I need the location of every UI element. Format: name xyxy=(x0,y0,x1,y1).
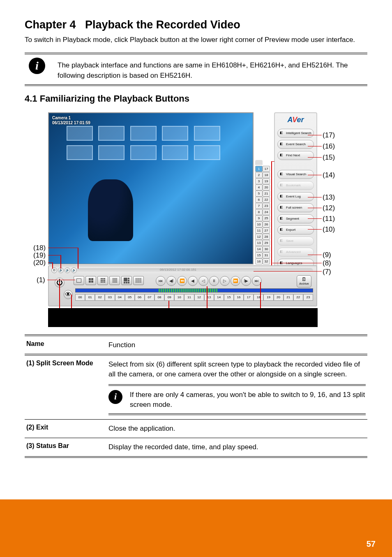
camera-cell-27[interactable]: 27 xyxy=(263,227,270,234)
callout-11: (11) xyxy=(323,215,335,223)
hour-button-17[interactable]: 17 xyxy=(244,294,254,301)
play-button[interactable]: ▷ xyxy=(220,276,230,286)
camera-cell-11[interactable]: 11 xyxy=(255,227,263,234)
camera-cell-22[interactable]: 22 xyxy=(263,197,270,203)
hour-button-21[interactable]: 21 xyxy=(284,294,293,301)
hour-button-12[interactable]: 12 xyxy=(194,294,204,301)
audio-icon-2[interactable]: 🔊 xyxy=(65,267,70,273)
camera-cell-5[interactable]: 5 xyxy=(255,190,263,197)
visual-search-icon: ◧ xyxy=(280,172,285,177)
camera-cell-2[interactable]: 2 xyxy=(255,172,263,178)
split-1-button[interactable] xyxy=(74,276,84,285)
hour-button-08[interactable]: 08 xyxy=(154,294,164,301)
camera-cell-31[interactable]: 31 xyxy=(263,252,270,258)
camera-cell-13[interactable]: 13 xyxy=(255,240,263,246)
info-icon: i xyxy=(108,390,122,404)
hour-button-18[interactable]: 18 xyxy=(254,294,263,301)
camera-cell-30[interactable]: 30 xyxy=(263,246,270,252)
hour-button-09[interactable]: 09 xyxy=(164,294,174,301)
hour-button-01[interactable]: 01 xyxy=(85,294,95,301)
camera-cell-23[interactable]: 23 xyxy=(263,203,270,209)
camera-cell-4[interactable]: 4 xyxy=(255,184,263,190)
hour-button-02[interactable]: 02 xyxy=(95,294,105,301)
faster-button[interactable]: ⏩ xyxy=(231,276,240,286)
camera-cell-6[interactable]: 6 xyxy=(255,197,263,203)
callout-8: (8) xyxy=(323,259,331,267)
row2-func: Close the application. xyxy=(107,420,367,438)
hour-button-14[interactable]: 14 xyxy=(214,294,224,301)
intelligent-search-button[interactable]: ◧Intelligent Search xyxy=(277,129,314,138)
callout-15: (15) xyxy=(323,153,335,162)
hour-button-04[interactable]: 04 xyxy=(115,294,125,301)
hour-button-20[interactable]: 20 xyxy=(274,294,284,301)
hour-button-11[interactable]: 11 xyxy=(184,294,194,301)
video-preview-area[interactable]: Camera 1 06/13/2012 17:01:59 xyxy=(48,112,254,265)
hour-button-00[interactable]: 00 xyxy=(75,294,85,301)
pause-button[interactable]: ⏸ xyxy=(209,276,219,286)
split-32-button[interactable] xyxy=(133,276,144,285)
event-log-button[interactable]: ◧Event Log xyxy=(277,192,314,201)
split-13-button[interactable] xyxy=(121,276,132,285)
camera-cell-14[interactable]: 14 xyxy=(255,246,263,252)
hour-button-22[interactable]: 22 xyxy=(293,294,303,301)
hour-button-15[interactable]: 15 xyxy=(224,294,234,301)
event-search-icon: ◧ xyxy=(280,142,285,147)
camera-cell-8[interactable]: 8 xyxy=(255,209,263,215)
camera-cell-9[interactable]: 9 xyxy=(255,215,263,221)
hour-button-05[interactable]: 05 xyxy=(125,294,135,301)
camera-cell-19[interactable]: 19 xyxy=(263,178,270,184)
hour-button-19[interactable]: 19 xyxy=(263,294,273,301)
begin-button[interactable]: ⏮ xyxy=(156,276,166,286)
camera-cell-26[interactable]: 26 xyxy=(263,221,270,227)
camera-cell-25[interactable]: 25 xyxy=(263,215,270,221)
split-9-button[interactable] xyxy=(97,276,108,285)
col-func-header: Function xyxy=(107,336,367,354)
camera-cell-7[interactable]: 7 xyxy=(255,203,263,209)
table-row: (2) Exit Close the application. xyxy=(25,419,367,438)
camera-cell-3[interactable]: 3 xyxy=(255,178,263,184)
find-next-button[interactable]: ◧Find Next xyxy=(277,151,314,160)
rewind-button[interactable]: ⏪ xyxy=(177,276,187,286)
camera-cell-1[interactable]: 1 xyxy=(255,166,263,172)
camera-cell-10[interactable]: 10 xyxy=(255,221,263,227)
info-icon: i xyxy=(29,58,45,74)
hour-button-03[interactable]: 03 xyxy=(105,294,115,301)
camera-cell-17[interactable]: 17 xyxy=(263,166,270,172)
bookmark-button: ◧Bookmark xyxy=(277,181,314,190)
camera-cell-21[interactable]: 21 xyxy=(263,190,270,197)
hour-button-10[interactable]: 10 xyxy=(174,294,184,301)
export-button[interactable]: ◧Export xyxy=(277,225,314,234)
camera-cell-16[interactable]: 16 xyxy=(255,258,263,265)
hour-button-13[interactable]: 13 xyxy=(204,294,214,301)
audio-icon-3[interactable]: 🔉 xyxy=(71,267,77,273)
slow-rewind-button[interactable]: ◀ xyxy=(188,276,198,286)
camera-cell-18[interactable]: 18 xyxy=(263,172,270,178)
visual-search-button[interactable]: ◧Visual Search xyxy=(277,170,314,179)
advanced-icon: ◧ xyxy=(280,250,285,255)
camera-list-header[interactable] xyxy=(255,160,263,165)
camera-cell-20[interactable]: 20 xyxy=(263,184,270,190)
camera-cell-15[interactable]: 15 xyxy=(255,252,263,258)
row3-name: (3) Status Bar xyxy=(25,438,107,456)
hour-button-07[interactable]: 07 xyxy=(145,294,154,301)
play-rev-button[interactable]: ◁ xyxy=(198,276,208,286)
note1-text: The playback interface and functions are… xyxy=(58,58,367,81)
callout-7: (7) xyxy=(323,268,331,276)
archive-button[interactable]: Archive xyxy=(297,275,311,288)
camera-cell-12[interactable]: 12 xyxy=(255,234,263,240)
camera-cell-24[interactable]: 24 xyxy=(263,209,270,215)
prev-frame-button[interactable]: ◀I xyxy=(166,276,176,286)
split-4-button[interactable] xyxy=(85,276,96,285)
split-16-button[interactable] xyxy=(109,276,120,285)
table-row: (1) Split Screen Mode Select from six (6… xyxy=(25,354,367,419)
callout-10: (10) xyxy=(323,225,335,234)
next-frame-button[interactable]: I▶ xyxy=(241,276,251,286)
camera-cell-29[interactable]: 29 xyxy=(263,240,270,246)
timeline-bar[interactable] xyxy=(75,288,313,292)
hour-button-06[interactable]: 06 xyxy=(135,294,145,301)
camera-cell-32[interactable]: 32 xyxy=(263,258,270,265)
hour-button-16[interactable]: 16 xyxy=(234,294,244,301)
camera-cell-28[interactable]: 28 xyxy=(263,234,270,240)
event-search-button[interactable]: ◧Event Search xyxy=(277,140,314,149)
hour-button-23[interactable]: 23 xyxy=(303,294,313,301)
